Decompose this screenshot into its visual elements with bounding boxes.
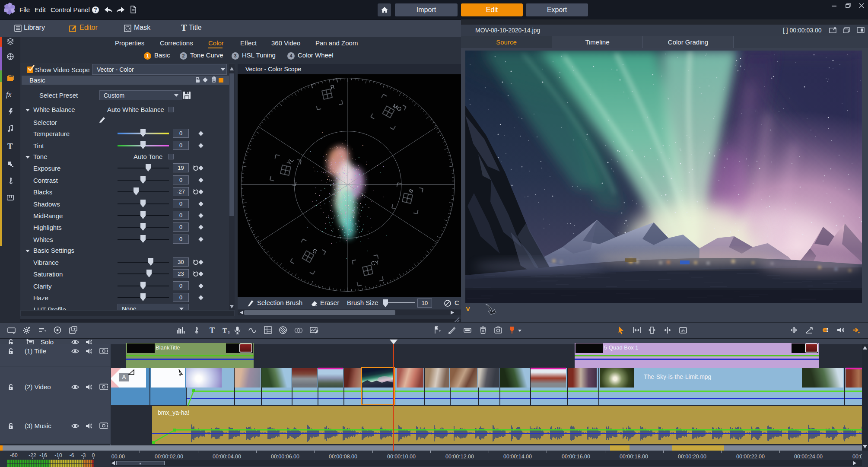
svg-text:CY: CY [370, 259, 379, 267]
svg-text:R: R [330, 83, 335, 91]
svg-text:YL: YL [286, 157, 295, 166]
svg-text:MG: MG [392, 103, 403, 113]
svg-text:T: T [223, 327, 227, 334]
svg-text:?: ? [94, 7, 97, 13]
svg-text:B: B [407, 187, 415, 194]
svg-text:3D: 3D [228, 330, 230, 334]
svg-text:T: T [210, 326, 215, 335]
